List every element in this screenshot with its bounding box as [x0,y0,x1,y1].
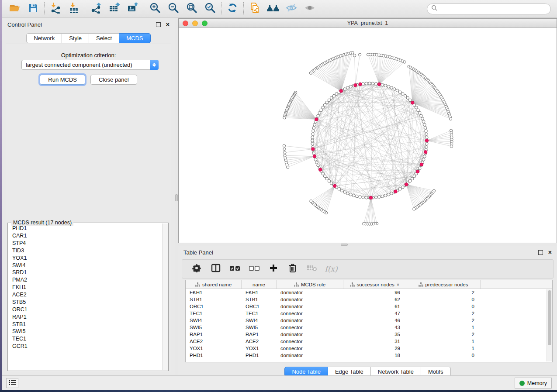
add-column-button[interactable] [267,262,280,276]
export-table-button[interactable] [105,1,124,16]
trash-icon [289,264,297,274]
mcds-result-item[interactable]: RAP1 [9,313,162,321]
tab-network[interactable]: Network [26,33,62,43]
criterion-dropdown[interactable]: largest connected component (undirected) [21,60,159,70]
zoom-fit-button[interactable] [183,1,201,16]
table-row[interactable]: RAP1RAP1dominator352 [186,331,552,338]
desktop-wallpaper-bottom [0,390,557,392]
column-header-MCDS-role[interactable]: MCDS role [277,280,343,289]
column-header-name[interactable]: name [242,280,277,289]
mcds-result-item[interactable]: TID3 [9,247,162,254]
table-scrollbar[interactable] [547,289,552,361]
table-row[interactable]: TEC1TEC1connector472 [186,310,552,317]
search-box[interactable] [427,3,551,14]
table-settings-button[interactable] [190,262,203,276]
tab-mcds[interactable]: MCDS [119,33,150,43]
zoom-out-button[interactable] [164,1,183,16]
import-table-button[interactable] [65,1,83,16]
mcds-result-item[interactable]: CAR1 [9,232,162,240]
zoom-selected-button[interactable] [201,1,219,16]
float-table-panel-icon[interactable] [538,250,543,255]
export-network-icon [90,2,102,15]
table-scrollbar-thumb[interactable] [548,290,551,345]
close-window-icon[interactable] [183,21,188,26]
cell: dominator [277,352,343,359]
memory-status-icon [519,381,525,386]
horizontal-split-grip[interactable] [341,244,348,246]
zoom-in-button[interactable] [146,1,164,16]
select-all-rows-button[interactable] [228,262,242,276]
mcds-result-item[interactable]: STP4 [9,240,162,247]
import-network-button[interactable] [46,1,65,16]
mcds-result-item[interactable]: SRD1 [9,269,162,276]
table-row[interactable]: ACE2ACE2connector311 [186,338,552,345]
search-input[interactable] [438,6,550,12]
cell: STB1 [242,296,277,303]
mcds-result-item[interactable]: STB1 [9,320,162,328]
table-row[interactable]: PHD1PHD1dominator180 [186,352,552,359]
cell: 2 [406,310,481,317]
column-header-successor-nodes[interactable]: successor nodes∨ [343,280,406,289]
tab-style[interactable]: Style [62,33,89,43]
table-row[interactable]: SWI4SWI4dominator462 [186,317,552,324]
vertical-split-grip[interactable] [175,194,178,201]
maximize-window-icon[interactable] [202,21,208,26]
save-session-button[interactable] [24,1,42,16]
first-neighbors-button[interactable] [264,1,282,16]
mcds-list-scrollbar[interactable] [162,224,168,370]
close-panel-icon[interactable]: × [166,22,170,27]
column-header-predecessor-nodes[interactable]: predecessor nodes [406,280,481,289]
clone-network-button[interactable] [246,1,264,16]
export-network-button[interactable] [87,1,105,16]
hide-selected-button[interactable] [282,1,301,16]
cell: 96 [343,289,406,296]
table-row[interactable]: SWI5SWI5connector431 [186,324,552,331]
table-row[interactable]: ORC1ORC1dominator610 [186,303,552,310]
mcds-result-item[interactable]: SWI5 [9,328,162,335]
control-panel-tabs: NetworkStyleSelectMCDS [2,33,175,43]
close-table-panel-icon[interactable]: × [548,250,552,255]
unchecked-boxes-icon [249,265,259,273]
mcds-result-item[interactable]: YOX1 [9,254,162,262]
mcds-result-item[interactable]: GCR1 [9,343,162,350]
delete-column-button[interactable] [286,262,299,276]
deselect-all-rows-button[interactable] [248,262,261,276]
table-row[interactable]: YOX1YOX1connector291 [186,345,552,352]
show-all-button[interactable] [301,1,319,16]
show-columns-button[interactable] [209,262,222,276]
mcds-result-item[interactable]: ORC1 [9,306,162,313]
export-table-icon [109,2,121,15]
task-history-button[interactable] [6,378,18,388]
cell: YOX1 [186,345,242,352]
minimize-window-icon[interactable] [192,21,198,26]
mcds-result-item[interactable]: ACE2 [9,291,162,299]
mcds-result-item[interactable]: FKH1 [9,284,162,291]
cell: 1 [406,324,481,331]
cell: 0 [406,303,481,310]
network-graph[interactable] [179,28,557,243]
table-row[interactable]: FKH1FKH1dominator962 [186,289,552,296]
status-bar: Memory [2,375,557,390]
close-panel-button[interactable]: Close panel [90,75,137,85]
network-window-titlebar[interactable]: YPA_prune.txt_1 [179,19,557,28]
cell: 2 [406,331,481,338]
memory-button[interactable]: Memory [515,378,552,389]
table-row[interactable]: STB1STB1dominator620 [186,296,552,303]
criterion-dropdown-value: largest connected component (undirected) [22,62,150,68]
table-header-row: shared namenameMCDS rolesuccessor nodes∨… [186,280,552,289]
export-image-button[interactable] [124,1,142,16]
mcds-result-item[interactable]: TEC1 [9,335,162,343]
tab-select[interactable]: Select [89,33,119,43]
mcds-result-item[interactable]: PMA2 [9,276,162,284]
run-mcds-button[interactable]: Run MCDS [40,75,85,85]
refresh-button[interactable] [223,1,242,16]
cell: 29 [343,345,406,352]
mcds-result-item[interactable]: STB5 [9,299,162,306]
float-panel-icon[interactable] [156,22,161,27]
open-file-button[interactable] [6,1,24,16]
column-header-shared-name[interactable]: shared name [186,280,242,289]
cell: SWI4 [186,317,242,324]
plus-icon [269,264,278,274]
mcds-result-item[interactable]: PHD1 [9,225,162,232]
mcds-result-item[interactable]: SWI4 [9,261,162,269]
